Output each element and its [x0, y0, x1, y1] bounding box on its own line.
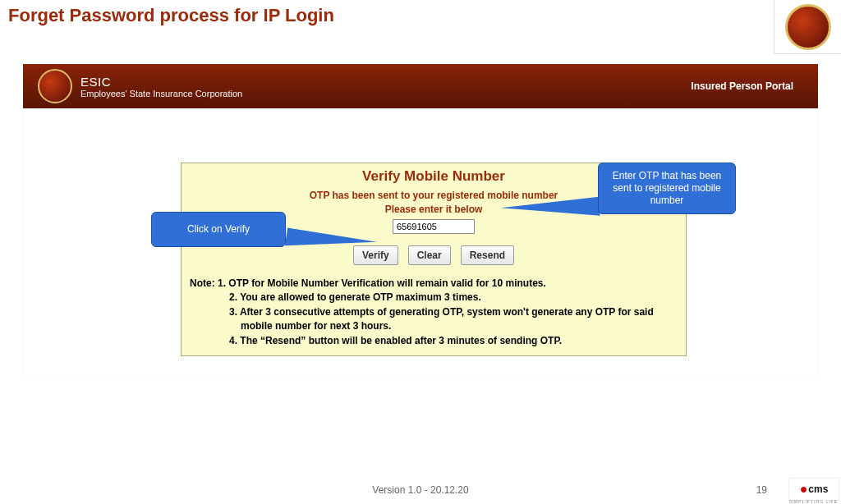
app-frame: ESIC Employees' State Insurance Corporat… — [23, 64, 818, 378]
note-3b: mobile number for next 3 hours. — [241, 319, 678, 333]
top-right-logo-box — [774, 0, 841, 54]
note-4: 4. The “Resend” button will be enabled a… — [229, 334, 678, 348]
note-3a: 3. After 3 consecutive attempts of gener… — [229, 305, 678, 319]
cms-logo-text: cms — [808, 483, 828, 495]
notes-block: Note: 1. OTP for Mobile Number Verificat… — [190, 277, 678, 348]
esic-seal-icon — [785, 4, 831, 50]
clear-button[interactable]: Clear — [408, 245, 451, 265]
cms-tagline: SIMPLIFYING LIFE — [788, 499, 838, 504]
callout-click-verify: Click on Verify — [151, 212, 286, 247]
header-title-block: ESIC Employees' State Insurance Corporat… — [80, 75, 242, 99]
slide-title: Forget Password process for IP Login — [8, 5, 334, 26]
footer-page-number: 19 — [756, 484, 767, 496]
resend-button[interactable]: Resend — [461, 245, 514, 265]
brand-full: Employees' State Insurance Corporation — [80, 89, 242, 99]
brand-short: ESIC — [80, 75, 242, 89]
otp-input[interactable] — [393, 219, 475, 234]
portal-header: ESIC Employees' State Insurance Corporat… — [23, 64, 818, 108]
cms-logo-dot-icon: ● — [800, 482, 808, 497]
note-2: 2. You are allowed to generate OTP maxim… — [229, 291, 678, 305]
note-lead: Note: — [190, 277, 218, 289]
callout-enter-otp: Enter OTP that has been sent to register… — [598, 163, 736, 214]
note-1: 1. OTP for Mobile Number Verification wi… — [218, 277, 546, 289]
cms-logo-icon: ●cms — [788, 478, 839, 501]
footer-version: Version 1.0 - 20.12.20 — [372, 484, 468, 496]
esic-seal-icon — [38, 69, 72, 103]
button-row: Verify Clear Resend — [182, 245, 686, 265]
portal-link[interactable]: Insured Person Portal — [691, 80, 793, 92]
